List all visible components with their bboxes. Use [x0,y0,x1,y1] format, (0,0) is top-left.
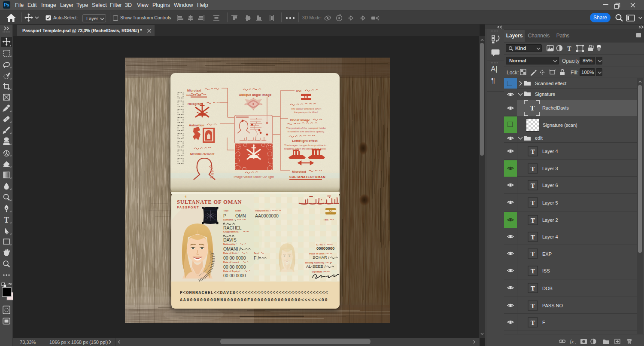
svg-text:Image visible under UV light: Image visible under UV light [234,175,274,179]
svg-text:Metallic element: Metallic element [190,152,215,156]
svg-text:P: P [223,213,226,218]
svg-text:Nationality /: Nationality / [223,243,241,245]
svg-text:Oblique angle image: Oblique angle image [239,93,272,97]
svg-text:OVI: OVI [296,89,301,93]
svg-text:Sex /: Sex / [254,252,262,254]
svg-text:DAVIS: DAVIS [223,237,237,242]
svg-text:Surname /: Surname / [223,218,240,221]
svg-text:OMN: OMN [235,213,246,218]
svg-text:The portrait of the passport h: The portrait of the passport holder [286,126,326,129]
svg-text:The image changes from positiv: The image changes from positive to [284,144,327,147]
svg-text:Date of Expiry /: Date of Expiry / [223,270,243,273]
svg-text:in smaller size and less opaci: in smaller size and less opacity. [288,130,325,133]
svg-text:fx: fx [570,338,574,344]
svg-text:4: 4 [185,195,187,199]
svg-text:00 00 0000: 00 00 0000 [223,264,246,269]
svg-text:Left/Right effect: Left/Right effect [292,139,318,143]
svg-text:Date of Birth /: Date of Birth / [223,252,242,254]
svg-text:F /: F / [254,255,259,260]
svg-text:RACHEL: RACHEL [223,225,242,230]
svg-text:Signature /: Signature / [312,270,327,273]
svg-text:Title /: Title / [323,218,332,221]
svg-text:00 00 0000: 00 00 0000 [223,255,246,260]
svg-text:AA00000000OMN0000000F000000000: AA00000000OMN0000000F000000000000000<<<<… [180,298,328,303]
svg-text:Given Names /: Given Names / [223,230,244,233]
svg-text:the passport is tilted.: the passport is tilted. [294,110,319,113]
svg-text:T: T [4,216,9,224]
svg-text:OMANI /: OMANI / [223,246,240,251]
svg-text:AA0000000: AA0000000 [255,213,279,218]
svg-text:SULTANATE OF OMAN: SULTANATE OF OMAN [177,199,242,205]
svg-text:AL-SEEB /: AL-SEEB / [306,264,326,269]
svg-text:Microtext: Microtext [187,89,201,92]
svg-text:State: State [235,209,241,212]
svg-text:Microtext: Microtext [292,170,306,174]
svg-text:P<OMNRACHEL<<DAVIS<<<<<<<<<<<<: P<OMNRACHEL<<DAVIS<<<<<<<<<<<<<<<<<<<<<<… [180,291,328,295]
svg-text:SOHAR /: SOHAR / [313,255,329,260]
svg-text:Date of Issue /: Date of Issue / [223,261,242,263]
svg-text:00000000: 00000000 [316,246,334,251]
svg-text:Animation: Animation [189,123,204,127]
svg-text:00 00 0000: 00 00 0000 [223,273,246,278]
svg-text:Ghost image: Ghost image [290,118,310,122]
svg-text:SULTANATEOFOMAN: SULTANATEOFOMAN [289,175,325,179]
svg-text:PASSPORT: PASSPORT [177,205,199,209]
svg-text:The colour changes when: The colour changes when [291,107,322,110]
svg-text:Type: Type [223,209,228,212]
svg-text:Passport No. /: Passport No. / [255,209,276,212]
svg-text:T: T [567,46,571,52]
